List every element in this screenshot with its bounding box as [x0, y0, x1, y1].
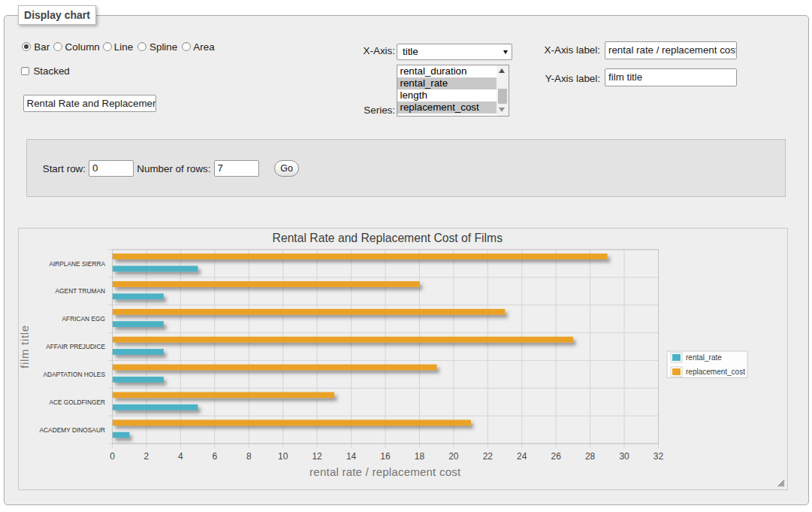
- svg-text:32: 32: [654, 450, 664, 461]
- svg-text:14: 14: [346, 450, 357, 461]
- svg-text:4: 4: [178, 450, 183, 461]
- svg-text:replacement_cost: replacement_cost: [686, 367, 745, 375]
- svg-text:2: 2: [144, 450, 149, 461]
- svg-text:film title: film title: [18, 325, 31, 368]
- svg-text:AFRICAN EGG: AFRICAN EGG: [62, 315, 106, 323]
- svg-text:18: 18: [415, 450, 425, 461]
- svg-text:24: 24: [517, 450, 527, 461]
- svg-text:6: 6: [212, 450, 217, 461]
- svg-text:30: 30: [619, 450, 629, 461]
- svg-text:20: 20: [448, 450, 459, 461]
- svg-text:rental rate / replacement cost: rental rate / replacement cost: [309, 465, 461, 477]
- svg-text:Rental Rate and Replacement Co: Rental Rate and Replacement Cost of Film…: [273, 232, 503, 244]
- svg-text:AGENT TRUMAN: AGENT TRUMAN: [56, 287, 106, 295]
- svg-text:26: 26: [551, 450, 562, 461]
- svg-text:12: 12: [312, 450, 322, 461]
- svg-text:28: 28: [585, 450, 596, 461]
- svg-text:ADAPTATION HOLES: ADAPTATION HOLES: [43, 371, 105, 378]
- svg-text:8: 8: [246, 450, 252, 461]
- svg-text:AFFAIR PREJUDICE: AFFAIR PREJUDICE: [46, 343, 105, 350]
- svg-text:ACADEMY DINOSAUR: ACADEMY DINOSAUR: [40, 426, 106, 433]
- svg-text:16: 16: [380, 450, 391, 461]
- svg-text:rental_rate: rental_rate: [686, 353, 722, 361]
- svg-text:22: 22: [483, 450, 494, 461]
- svg-text:AIRPLANE SIERRA: AIRPLANE SIERRA: [49, 259, 105, 267]
- svg-text:ACE GOLDFINGER: ACE GOLDFINGER: [49, 398, 105, 405]
- svg-text:10: 10: [278, 450, 288, 461]
- svg-text:0: 0: [110, 450, 115, 461]
